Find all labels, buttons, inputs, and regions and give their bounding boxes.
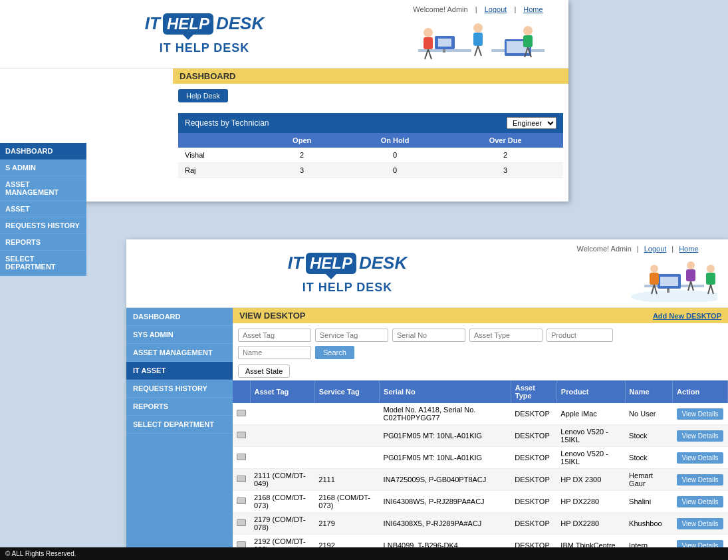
view-details-button[interactable]: View Details bbox=[677, 474, 724, 486]
bottom-header-right: Welcome! Admin | Logout | Home bbox=[558, 245, 717, 302]
view-details-button[interactable]: View Details bbox=[677, 452, 724, 464]
col-serial-no: Serial No bbox=[380, 380, 511, 403]
top-body: DASHBOARD S ADMIN ASSET MANAGEMENT ASSET… bbox=[0, 69, 568, 202]
sidebar-top-asset[interactable]: ASSET bbox=[0, 201, 86, 217]
sidebar-bottom-select-dept[interactable]: SELECT DEPARTMENT bbox=[126, 416, 233, 434]
top-logo-subtitle: IT HELP DESK bbox=[160, 41, 250, 55]
asset-tag-cell bbox=[250, 403, 314, 425]
asset-tag-cell: 2179 (COM/DT-078) bbox=[250, 513, 314, 535]
filter-row-1 bbox=[233, 323, 728, 345]
service-tag-cell bbox=[314, 447, 379, 469]
top-logo-area: IT HELP DESK IT HELP DESK bbox=[11, 13, 398, 55]
sidebar-bottom-requests[interactable]: REQUESTS HISTORY bbox=[126, 380, 233, 398]
svg-point-32 bbox=[707, 265, 715, 273]
asset-tag-cell bbox=[250, 447, 314, 469]
logout-link[interactable]: Logout bbox=[485, 5, 507, 13]
sidebar-bottom-sysadmin[interactable]: SYS ADMIN bbox=[126, 326, 233, 344]
sidebar-top-select-dept[interactable]: SELECT DEPARTMENT bbox=[0, 251, 86, 275]
asset-type-cell: DESKTOP bbox=[511, 425, 556, 447]
action-cell[interactable]: View Details bbox=[673, 403, 728, 425]
action-cell[interactable]: View Details bbox=[673, 447, 728, 469]
col-open: Open bbox=[262, 133, 342, 148]
asset-type-input[interactable] bbox=[469, 329, 543, 342]
table-row: 2111 (COM/DT-049) 2111 INA725009S, P-GB0… bbox=[233, 469, 728, 491]
row-icon bbox=[233, 513, 250, 535]
view-details-button[interactable]: View Details bbox=[677, 430, 724, 442]
top-logo: IT HELP DESK bbox=[145, 13, 264, 35]
add-new-desktop-link[interactable]: Add New DESKTOP bbox=[653, 312, 721, 320]
svg-rect-29 bbox=[686, 269, 695, 281]
bottom-logout-link[interactable]: Logout bbox=[644, 245, 667, 253]
logo-desk-text: DESK bbox=[216, 13, 264, 34]
table-row: 2168 (COM/DT-073) 2168 (COM/DT-073) INI6… bbox=[233, 491, 728, 513]
bottom-body: DASHBOARD SYS ADMIN ASSET MANAGEMENT IT … bbox=[126, 308, 728, 560]
col-asset-type: Asset Type bbox=[511, 380, 556, 403]
asset-type-cell: DESKTOP bbox=[511, 403, 556, 425]
svg-rect-9 bbox=[473, 33, 483, 46]
action-cell[interactable]: View Details bbox=[673, 469, 728, 491]
bottom-welcome-text: Welcome! Admin bbox=[576, 245, 631, 253]
top-sidebar: DASHBOARD S ADMIN ASSET MANAGEMENT ASSET… bbox=[0, 143, 86, 276]
asset-state-button[interactable]: Asset State bbox=[238, 364, 290, 378]
view-details-button[interactable]: View Details bbox=[677, 408, 724, 420]
serial-no-cell: INA725009S, P-GB040PT8ACJ bbox=[380, 469, 511, 491]
view-details-button[interactable]: View Details bbox=[677, 496, 724, 507]
bottom-logo-it: IT bbox=[288, 253, 303, 273]
sidebar-bottom-dashboard[interactable]: DASHBOARD bbox=[126, 308, 233, 326]
sidebar-top-asset-management[interactable]: ASSET MANAGEMENT bbox=[0, 176, 86, 201]
service-tag-cell: 2179 bbox=[314, 513, 379, 535]
asset-tag-input[interactable] bbox=[238, 329, 311, 342]
bottom-home-link[interactable]: Home bbox=[679, 245, 698, 253]
serial-no-input[interactable] bbox=[392, 329, 465, 342]
asset-type-cell: DESKTOP bbox=[511, 469, 556, 491]
sidebar-top-reports[interactable]: REPORTS bbox=[0, 234, 86, 251]
sidebar-top-requests[interactable]: REQUESTS HISTORY bbox=[0, 217, 86, 234]
filter-row-2: Search bbox=[233, 345, 728, 363]
product-cell: HP DX2280 bbox=[556, 513, 625, 535]
view-details-button[interactable]: View Details bbox=[677, 518, 724, 529]
col-asset-tag: Asset Tag bbox=[250, 380, 314, 403]
product-input[interactable] bbox=[546, 329, 613, 342]
svg-rect-25 bbox=[650, 273, 659, 285]
monitor-icon bbox=[237, 454, 246, 460]
sidebar-bottom-it-asset[interactable]: IT ASSET bbox=[126, 362, 233, 380]
name-input[interactable] bbox=[238, 346, 311, 359]
action-cell[interactable]: View Details bbox=[673, 513, 728, 535]
open-count: 3 bbox=[262, 163, 342, 178]
engineer-dropdown[interactable]: Engineer bbox=[507, 117, 556, 129]
service-tag-cell: 2168 (COM/DT-073) bbox=[314, 491, 379, 513]
top-main: DASHBOARD Help Desk Requests by Technici… bbox=[173, 69, 568, 202]
search-button[interactable]: Search bbox=[315, 346, 354, 359]
top-section-title: DASHBOARD bbox=[173, 69, 568, 84]
top-card: IT HELP DESK IT HELP DESK Welcome! Admin… bbox=[0, 0, 568, 202]
asset-state-wrapper: Asset State bbox=[233, 363, 728, 380]
name-cell: Hemart Gaur bbox=[625, 469, 673, 491]
bottom-main: VIEW DESKTOP Add New DESKTOP Search Asse… bbox=[233, 308, 728, 557]
home-link[interactable]: Home bbox=[523, 5, 543, 13]
monitor-icon bbox=[237, 519, 246, 526]
col-action: Action bbox=[673, 380, 728, 403]
bottom-nav-sep1: | bbox=[637, 245, 639, 253]
helpdesk-tab[interactable]: Help Desk bbox=[178, 89, 228, 102]
svg-rect-33 bbox=[706, 273, 715, 285]
table-row: PG01FM05 MT: 10NL-A01KIG DESKTOP Lenovo … bbox=[233, 447, 728, 469]
service-tag-input[interactable] bbox=[315, 329, 388, 342]
serial-no-cell: Model No. A1418, Serial No. C02TH0PYGG77 bbox=[380, 403, 511, 425]
sidebar-bottom-asset-mgmt[interactable]: ASSET MANAGEMENT bbox=[126, 344, 233, 362]
logo-it-text: IT bbox=[145, 13, 160, 34]
name-cell: Shalini bbox=[625, 491, 673, 513]
sidebar-top-dashboard[interactable]: DASHBOARD bbox=[0, 143, 86, 160]
welcome-text: Welcome! Admin bbox=[413, 5, 467, 13]
table-row: Model No. A1418, Serial No. C02TH0PYGG77… bbox=[233, 403, 728, 425]
top-header-nav: Welcome! Admin | Logout | Home bbox=[410, 5, 545, 13]
top-illustration bbox=[398, 16, 558, 63]
table-row: PG01FM05 MT: 10NL-A01KIG DESKTOP Lenovo … bbox=[233, 425, 728, 447]
action-cell[interactable]: View Details bbox=[673, 491, 728, 513]
monitor-icon bbox=[237, 497, 246, 504]
requests-bar: Requests by Technician Engineer bbox=[178, 113, 563, 133]
sidebar-top-sadmin[interactable]: S ADMIN bbox=[0, 160, 86, 176]
bottom-sidebar: DASHBOARD SYS ADMIN ASSET MANAGEMENT IT … bbox=[126, 308, 233, 560]
action-cell[interactable]: View Details bbox=[673, 425, 728, 447]
svg-point-24 bbox=[650, 265, 658, 273]
sidebar-bottom-reports[interactable]: REPORTS bbox=[126, 398, 233, 416]
